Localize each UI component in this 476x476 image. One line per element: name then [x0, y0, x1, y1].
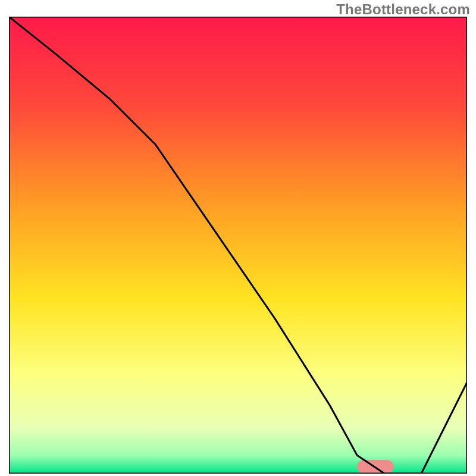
watermark-label: TheBottleneck.com	[336, 1, 470, 18]
gradient-background	[9, 17, 467, 474]
chart-svg	[9, 17, 467, 474]
plot-area	[9, 17, 467, 474]
chart-container: TheBottleneck.com	[0, 0, 476, 476]
